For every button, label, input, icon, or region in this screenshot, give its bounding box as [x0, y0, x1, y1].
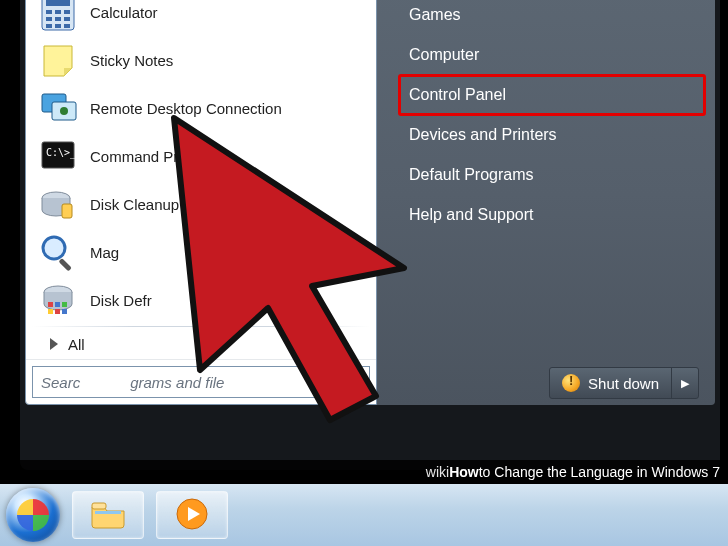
- media-player-icon: [175, 497, 209, 534]
- sticky-notes-icon: [36, 38, 80, 82]
- right-links-list: Games Computer Control Panel Devices and…: [377, 0, 705, 363]
- start-menu: Calculator Sticky Notes Remote Desktop C…: [20, 0, 720, 470]
- program-magnifier[interactable]: Mag: [32, 228, 370, 276]
- program-label: Disk Cleanup: [90, 196, 179, 213]
- svg-rect-8: [46, 24, 52, 28]
- svg-rect-27: [92, 503, 106, 509]
- start-orb[interactable]: [6, 488, 60, 542]
- program-calculator[interactable]: Calculator: [32, 0, 370, 36]
- caption-bold: How: [449, 464, 479, 480]
- svg-rect-19: [58, 258, 71, 271]
- disk-defrag-icon: [36, 278, 80, 322]
- svg-rect-10: [64, 24, 70, 28]
- all-programs-label: All: [68, 336, 85, 353]
- svg-rect-9: [55, 24, 61, 28]
- svg-rect-17: [62, 204, 72, 218]
- right-link-label: Games: [409, 6, 461, 24]
- svg-rect-22: [55, 302, 60, 307]
- program-label: Disk Defr: [90, 292, 152, 309]
- program-command-prompt[interactable]: C:\>_ Command Prompt: [32, 132, 370, 180]
- right-link-label: Default Programs: [409, 166, 534, 184]
- program-sticky-notes[interactable]: Sticky Notes: [32, 36, 370, 84]
- svg-rect-7: [64, 17, 70, 21]
- shutdown-label: Shut down: [588, 375, 659, 392]
- svg-point-13: [60, 107, 68, 115]
- caption-brand: wikiHow: [426, 464, 479, 480]
- right-link-label: Devices and Printers: [409, 126, 557, 144]
- start-menu-left-pane: Calculator Sticky Notes Remote Desktop C…: [25, 0, 377, 405]
- svg-rect-24: [48, 309, 53, 314]
- all-programs[interactable]: All: [32, 329, 370, 359]
- programs-list: Calculator Sticky Notes Remote Desktop C…: [26, 0, 376, 359]
- svg-rect-26: [62, 309, 67, 314]
- calculator-icon: [36, 0, 80, 34]
- program-disk-defrag[interactable]: Disk Defr: [32, 276, 370, 324]
- svg-point-18: [43, 237, 65, 259]
- search-input[interactable]: [33, 374, 337, 391]
- program-label: Remote Desktop Connection: [90, 100, 282, 117]
- program-label: Mag: [90, 244, 119, 261]
- right-link-help-support[interactable]: Help and Support: [399, 195, 705, 235]
- shutdown-button[interactable]: Shut down ▶: [549, 367, 699, 399]
- wikihow-caption: wikiHow to Change the Language in Window…: [0, 460, 728, 484]
- right-link-computer[interactable]: Computer: [399, 35, 705, 75]
- shutdown-row: Shut down ▶: [377, 363, 705, 399]
- svg-rect-6: [55, 17, 61, 21]
- program-label: Command Prompt: [90, 148, 212, 165]
- right-link-label: Help and Support: [409, 206, 534, 224]
- program-label: Sticky Notes: [90, 52, 173, 69]
- taskbar-item-explorer[interactable]: [72, 491, 144, 539]
- taskbar-item-media-player[interactable]: [156, 491, 228, 539]
- svg-rect-23: [62, 302, 67, 307]
- shield-icon: [562, 374, 580, 392]
- screenshot-root: Calculator Sticky Notes Remote Desktop C…: [0, 0, 728, 546]
- magnifier-icon: [36, 230, 80, 274]
- svg-rect-25: [55, 309, 60, 314]
- svg-text:C:\>_: C:\>_: [46, 147, 77, 159]
- search-icon[interactable]: 🔍: [337, 373, 369, 392]
- right-link-games[interactable]: Games: [399, 0, 705, 35]
- taskbar: [0, 484, 728, 546]
- right-link-control-panel[interactable]: Control Panel: [399, 75, 705, 115]
- caption-rest: to Change the Language in Windows 7: [479, 464, 720, 480]
- remote-desktop-icon: [36, 86, 80, 130]
- command-prompt-icon: C:\>_: [36, 134, 80, 178]
- arrow-right-icon: [50, 338, 58, 350]
- disk-cleanup-icon: [36, 182, 80, 226]
- svg-rect-2: [46, 10, 52, 14]
- start-menu-right-pane: Games Computer Control Panel Devices and…: [377, 0, 715, 405]
- search-box[interactable]: 🔍: [32, 366, 370, 398]
- svg-rect-3: [55, 10, 61, 14]
- svg-rect-4: [64, 10, 70, 14]
- right-link-devices-printers[interactable]: Devices and Printers: [399, 115, 705, 155]
- right-link-default-programs[interactable]: Default Programs: [399, 155, 705, 195]
- svg-rect-5: [46, 17, 52, 21]
- shutdown-main[interactable]: Shut down: [550, 368, 672, 398]
- explorer-icon: [90, 499, 126, 532]
- separator: [32, 326, 370, 327]
- svg-rect-21: [48, 302, 53, 307]
- start-menu-body: Calculator Sticky Notes Remote Desktop C…: [25, 0, 715, 405]
- right-link-label: Control Panel: [409, 86, 506, 104]
- shutdown-options-arrow[interactable]: ▶: [672, 377, 698, 390]
- search-container: 🔍: [26, 359, 376, 404]
- svg-rect-28: [95, 511, 121, 514]
- right-link-label: Computer: [409, 46, 479, 64]
- program-disk-cleanup[interactable]: Disk Cleanup: [32, 180, 370, 228]
- program-remote-desktop[interactable]: Remote Desktop Connection: [32, 84, 370, 132]
- program-label: Calculator: [90, 4, 158, 21]
- svg-rect-1: [46, 0, 70, 6]
